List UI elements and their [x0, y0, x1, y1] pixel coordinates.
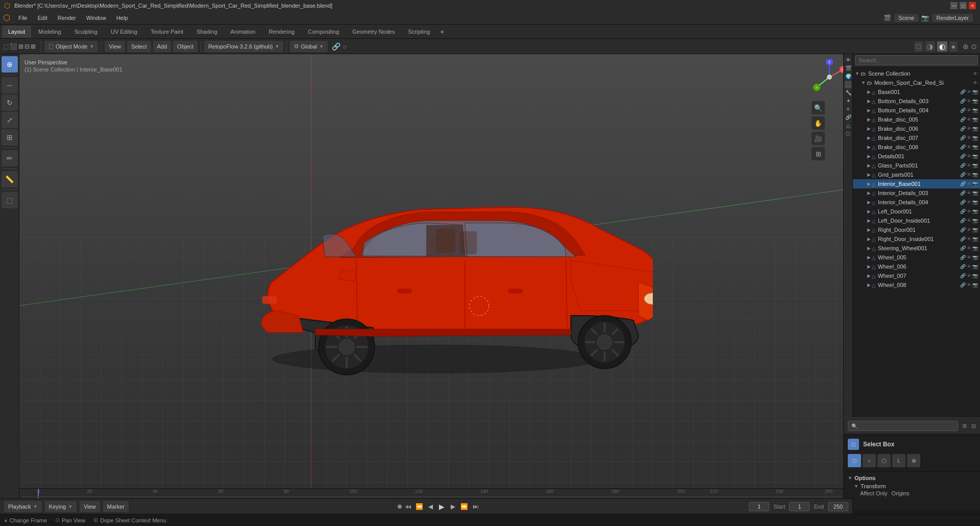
link-icon[interactable]: 🔗	[960, 255, 966, 260]
item-cam-icon[interactable]: 📷	[972, 108, 978, 113]
item-eye-icon[interactable]: 👁	[967, 264, 971, 269]
item-cam-icon[interactable]: 📷	[972, 273, 978, 278]
minimize-button[interactable]: ─	[950, 2, 958, 9]
outliner-item-steering[interactable]: ▶ △ Steering_Wheel001 🔗 👁 📷	[853, 244, 980, 253]
menu-edit[interactable]: Edit	[34, 14, 52, 22]
outliner-item-left-door-inside[interactable]: ▶ △ Left_Door_Inside001 🔗 👁 📷	[853, 216, 980, 225]
link-icon[interactable]: 🔗	[960, 181, 966, 186]
item-cam-icon[interactable]: 📷	[972, 135, 978, 140]
outliner-search-input[interactable]	[855, 55, 978, 65]
tab-animation[interactable]: Animation	[225, 26, 262, 38]
addon-selector[interactable]: RetopoFlow 3.2.6 (github) ▼	[204, 41, 284, 52]
rotate-tool-button[interactable]: ↻	[2, 94, 18, 111]
camera-view-icon[interactable]: 🎥	[812, 132, 825, 145]
link-icon[interactable]: 🔗	[960, 190, 966, 196]
link-icon[interactable]: 🔗	[960, 126, 966, 131]
outliner-item-right-door-inside[interactable]: ▶ △ Right_Door_Inside001 🔗 👁 📷	[853, 234, 980, 244]
outliner-item-bottom004[interactable]: ▶ △ Bottom_Details_004 🔗 👁 📷	[853, 106, 980, 115]
options-header-row[interactable]: ▼ Options	[848, 474, 976, 482]
props-modifier-icon[interactable]: 🔧	[844, 89, 852, 97]
item-cam-icon[interactable]: 📷	[972, 117, 978, 122]
tab-rendering[interactable]: Rendering	[262, 26, 301, 38]
item-eye-icon[interactable]: 👁	[967, 163, 971, 168]
props-settings-icon[interactable]: ⚙	[962, 423, 967, 429]
playback-button[interactable]: Playback ▼	[4, 501, 42, 512]
timeline-ruler[interactable]: 1 20 40 60 80 100 120 140 160 180 200 21…	[19, 488, 843, 498]
outliner-item-wheel006[interactable]: ▶ △ Wheel_006 🔗 👁 📷	[853, 262, 980, 271]
transform-tool-button[interactable]: ⊞	[2, 129, 18, 146]
item-cam-icon[interactable]: 📷	[972, 200, 978, 205]
outliner-item-interior004[interactable]: ▶ △ Interior_Details_004 🔗 👁 📷	[853, 198, 980, 207]
link-icon[interactable]: 🔗	[960, 163, 966, 168]
item-cam-icon[interactable]: 📷	[972, 227, 978, 232]
outliner-item-interior003[interactable]: ▶ △ Interior_Details_003 🔗 👁 📷	[853, 188, 980, 198]
jump-end-button[interactable]: ⏭	[471, 502, 480, 511]
start-frame-input[interactable]: 1	[789, 502, 810, 511]
checker-select-button[interactable]: ⊕	[907, 454, 920, 467]
outliner-item-interior-base[interactable]: ▶ △ Interior_Base001 🔗 👁 📷	[853, 179, 980, 188]
item-eye-icon[interactable]: 👁	[967, 145, 971, 150]
item-eye-icon[interactable]: 👁	[967, 99, 971, 104]
item-eye-icon[interactable]: 👁	[967, 117, 971, 122]
outliner-item-wheel005[interactable]: ▶ △ Wheel_005 🔗 👁 📷	[853, 253, 980, 262]
item-cam-icon[interactable]: 📷	[972, 282, 978, 288]
grid-view-icon[interactable]: ⊞	[812, 147, 825, 160]
prev-keyframe-button[interactable]: ⏪	[415, 502, 424, 511]
link-icon[interactable]: 🔗	[960, 236, 966, 242]
menu-render[interactable]: Render	[54, 14, 80, 22]
props-constraints-icon[interactable]: 🔗	[844, 113, 852, 121]
item-cam-icon[interactable]: 📷	[972, 89, 978, 94]
item-eye-icon[interactable]: 👁	[967, 190, 971, 196]
link-icon[interactable]: 🔗	[960, 154, 966, 159]
circle-select-button[interactable]: ○	[863, 454, 876, 467]
tab-geometry-nodes[interactable]: Geometry Nodes	[346, 26, 401, 38]
hand-pan-icon[interactable]: ✋	[812, 116, 825, 130]
props-physics-icon[interactable]: ⚛	[845, 105, 851, 113]
viewport-shading-solid[interactable]: ◑	[925, 41, 935, 52]
overlay-icon[interactable]: ⊕	[963, 42, 969, 51]
props-view-icon[interactable]: 👁	[845, 56, 852, 64]
scale-tool-button[interactable]: ⤢	[2, 112, 18, 128]
props-search-bar[interactable]: 🔍	[848, 421, 958, 431]
props-world-icon[interactable]: 🌍	[844, 73, 852, 80]
item-eye-icon[interactable]: 👁	[967, 172, 971, 177]
add-workspace-button[interactable]: +	[437, 27, 447, 37]
outliner-item-details001[interactable]: ▶ △ Details001 🔗 👁 📷	[853, 152, 980, 161]
outliner-item-glass[interactable]: ▶ △ Glass_Parts001 🔗 👁 📷	[853, 161, 980, 170]
item-cam-icon[interactable]: 📷	[972, 246, 978, 251]
outliner-item-brake005[interactable]: ▶ △ Brake_disc_005 🔗 👁 📷	[853, 115, 980, 124]
link-icon[interactable]: 🔗	[960, 200, 966, 205]
link-icon[interactable]: 🔗	[960, 135, 966, 140]
lasso-select-button[interactable]: ⬡	[877, 454, 891, 467]
item-eye-icon[interactable]: 👁	[967, 135, 971, 140]
outliner-item-wheel007[interactable]: ▶ △ Wheel_007 🔗 👁 📷	[853, 271, 980, 280]
link-icon[interactable]: 🔗	[960, 227, 966, 232]
props-expand-icon[interactable]: ⊟	[971, 423, 976, 429]
linked-select-button[interactable]: L	[892, 454, 905, 467]
link-icon[interactable]: 🔗	[960, 209, 966, 214]
gizmo-icon[interactable]: ⊙	[971, 42, 977, 51]
annotate-tool-button[interactable]: ✏	[2, 150, 18, 166]
outliner-item-brake006[interactable]: ▶ △ Brake_disc_006 🔗 👁 📷	[853, 124, 980, 133]
item-cam-icon[interactable]: 📷	[972, 163, 978, 168]
scene-eye-icon[interactable]: 👁	[973, 71, 978, 77]
item-eye-icon[interactable]: 👁	[967, 200, 971, 205]
item-cam-icon[interactable]: 📷	[972, 209, 978, 214]
item-cam-icon[interactable]: 📷	[972, 172, 978, 177]
link-icon[interactable]: 🔗	[960, 117, 966, 122]
next-frame-button[interactable]: ▶	[449, 502, 458, 511]
menu-help[interactable]: Help	[112, 14, 132, 22]
viewport[interactable]: User Perspective (1) Scene Collection | …	[19, 54, 852, 511]
car-eye-icon[interactable]: 👁	[973, 80, 978, 86]
jump-start-button[interactable]: ⏮	[404, 502, 413, 511]
object-menu[interactable]: Object	[173, 41, 198, 52]
item-eye-icon[interactable]: 👁	[967, 255, 971, 260]
item-cam-icon[interactable]: 📷	[972, 255, 978, 260]
props-particles-icon[interactable]: ✦	[845, 97, 851, 105]
item-eye-icon[interactable]: 👁	[967, 108, 971, 113]
item-eye-icon[interactable]: 👁	[967, 89, 971, 94]
item-cam-icon[interactable]: 📷	[972, 126, 978, 131]
link-icon[interactable]: 🔗	[960, 273, 966, 278]
close-button[interactable]: ✕	[969, 2, 976, 9]
render-layer-selector[interactable]: RenderLayer	[932, 14, 973, 22]
